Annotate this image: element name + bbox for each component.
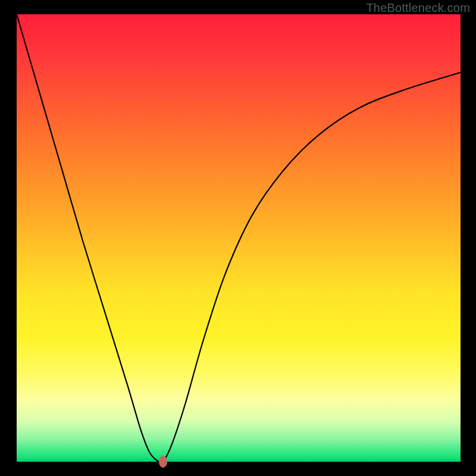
- watermark-text: TheBottleneck.com: [366, 1, 470, 15]
- plot-area: [17, 14, 461, 462]
- chart-frame: TheBottleneck.com: [0, 0, 476, 476]
- curve-path: [17, 14, 461, 464]
- minimum-marker: [159, 456, 167, 468]
- bottleneck-curve: [17, 14, 461, 462]
